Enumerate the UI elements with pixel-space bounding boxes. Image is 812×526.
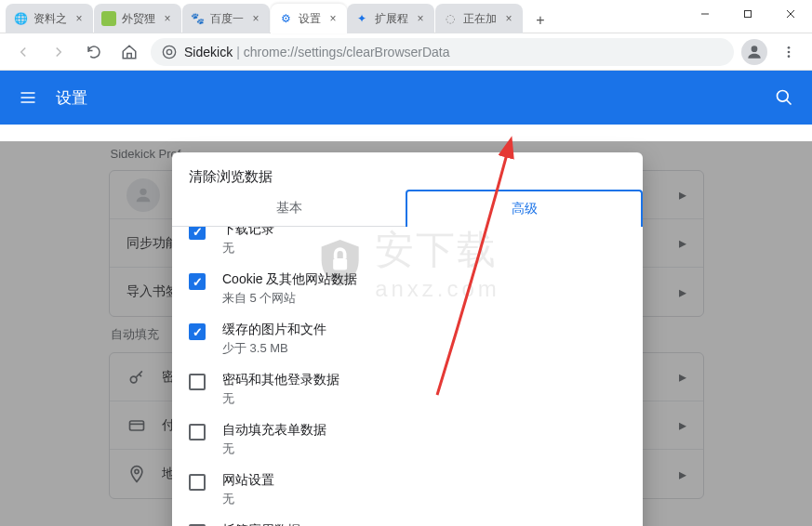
menu-icon[interactable] xyxy=(17,86,39,109)
item-title: 自动填充表单数据 xyxy=(222,422,326,439)
tab-title: 设置 xyxy=(299,11,321,27)
forward-button[interactable] xyxy=(45,38,73,66)
new-tab-button[interactable]: + xyxy=(527,7,553,33)
close-icon[interactable]: × xyxy=(73,12,86,25)
tab-3[interactable]: ⚙ 设置 × xyxy=(271,4,347,33)
dialog-item: 密码和其他登录数据 无 xyxy=(172,364,643,414)
gear-icon: ⚙ xyxy=(278,11,293,26)
close-icon[interactable]: × xyxy=(326,12,339,25)
dialog-item: Cookie 及其他网站数据 来自 5 个网站 xyxy=(172,264,643,314)
url: chrome://settings/clearBrowserData xyxy=(244,45,450,59)
tab-2[interactable]: 🐾 百度一 × xyxy=(182,4,270,33)
tab-title: 外贸狸 xyxy=(122,11,155,27)
dialog-item: 自动填充表单数据 无 xyxy=(172,414,643,465)
svg-point-6 xyxy=(752,46,758,52)
reload-button[interactable] xyxy=(80,38,108,66)
item-subtitle: 无 xyxy=(222,441,326,457)
minimize-button[interactable] xyxy=(684,0,726,28)
puzzle-icon: ✦ xyxy=(354,11,369,26)
menu-button[interactable] xyxy=(775,38,803,66)
svg-point-5 xyxy=(166,49,171,54)
close-icon[interactable]: × xyxy=(414,12,427,25)
chrome-icon xyxy=(162,45,177,59)
item-title: 密码和其他登录数据 xyxy=(222,372,339,388)
window-controls xyxy=(684,0,812,28)
checkbox[interactable] xyxy=(189,374,206,390)
item-title: 网站设置 xyxy=(222,472,274,489)
item-title: 下载记录 xyxy=(222,227,274,238)
tab-1[interactable]: 外贸狸 × xyxy=(94,4,181,33)
svg-rect-1 xyxy=(745,11,752,18)
svg-line-11 xyxy=(787,100,792,105)
spinner-icon: ◌ xyxy=(443,11,458,26)
tab-title: 资料之 xyxy=(33,11,67,27)
item-subtitle: 少于 3.5 MB xyxy=(222,340,326,357)
separator: | xyxy=(236,45,240,59)
url-text: Sidekick | chrome://settings/clearBrowse… xyxy=(184,45,450,59)
checkbox[interactable] xyxy=(189,474,206,491)
maximize-button[interactable] xyxy=(726,0,769,28)
item-subtitle: 无 xyxy=(222,491,274,507)
tab-4[interactable]: ✦ 扩展程 × xyxy=(347,4,434,33)
close-icon[interactable]: × xyxy=(249,12,262,25)
tab-title: 正在加 xyxy=(463,11,497,27)
item-title: 托管应用数据 xyxy=(222,522,472,526)
settings-page: 设置 Sidekick Prof 用 ▸ 同步功能和 ▸ xyxy=(0,71,812,526)
tab-advanced[interactable]: 高级 xyxy=(406,190,643,227)
browser-tabs: 🌐 资料之 × 外贸狸 × 🐾 百度一 × ⚙ 设置 × ✦ 扩展程 × ◌ 正… xyxy=(0,0,684,33)
clear-data-dialog: 清除浏览数据 基本 高级 下载记录 无 Cookie 及其他网站数据 来自 5 … xyxy=(172,152,643,526)
dialog-item: 下载记录 无 xyxy=(172,227,643,264)
item-subtitle: 无 xyxy=(222,240,274,256)
item-title: 缓存的图片和文件 xyxy=(222,322,326,338)
dialog-item: 网站设置 无 xyxy=(172,465,643,515)
svg-point-10 xyxy=(778,91,789,102)
app-icon xyxy=(101,11,116,26)
page-header: 设置 xyxy=(0,71,812,125)
search-icon[interactable] xyxy=(773,86,795,109)
app-name: Sidekick xyxy=(184,45,233,59)
checkbox[interactable] xyxy=(189,227,206,240)
checkbox[interactable] xyxy=(189,273,206,290)
page-title: 设置 xyxy=(56,87,773,109)
window-titlebar: 🌐 资料之 × 外贸狸 × 🐾 百度一 × ⚙ 设置 × ✦ 扩展程 × ◌ 正… xyxy=(0,0,812,33)
address-bar[interactable]: Sidekick | chrome://settings/clearBrowse… xyxy=(151,38,734,66)
item-subtitle: 来自 5 个网站 xyxy=(222,290,357,307)
svg-point-9 xyxy=(788,55,791,58)
svg-point-8 xyxy=(788,50,791,53)
svg-point-7 xyxy=(788,46,791,49)
dialog-item: 托管应用数据 2 个应用（Chrome 网上应用店、Cloud Print） xyxy=(172,515,643,526)
paw-icon: 🐾 xyxy=(190,11,205,26)
profile-avatar[interactable] xyxy=(741,39,767,65)
item-title: Cookie 及其他网站数据 xyxy=(222,271,357,288)
dialog-item: 缓存的图片和文件 少于 3.5 MB xyxy=(172,314,643,364)
close-button[interactable] xyxy=(769,0,812,28)
dialog-title: 清除浏览数据 xyxy=(172,152,643,190)
tab-basic[interactable]: 基本 xyxy=(172,190,406,226)
checkbox[interactable] xyxy=(189,323,206,340)
close-icon[interactable]: × xyxy=(502,12,515,25)
tab-title: 百度一 xyxy=(210,11,244,27)
dialog-body[interactable]: 下载记录 无 Cookie 及其他网站数据 来自 5 个网站 缓存的图片和文件 … xyxy=(172,227,643,526)
back-button[interactable] xyxy=(9,38,37,66)
close-icon[interactable]: × xyxy=(161,12,174,25)
browser-toolbar: Sidekick | chrome://settings/clearBrowse… xyxy=(0,33,812,71)
tab-title: 扩展程 xyxy=(375,11,408,27)
item-subtitle: 无 xyxy=(222,390,339,407)
checkbox[interactable] xyxy=(189,424,206,441)
globe-icon: 🌐 xyxy=(13,11,28,26)
dialog-tabs: 基本 高级 xyxy=(172,190,643,227)
tab-0[interactable]: 🌐 资料之 × xyxy=(6,4,93,33)
svg-point-4 xyxy=(163,46,175,58)
home-button[interactable] xyxy=(115,38,143,66)
tab-5[interactable]: ◌ 正在加 × xyxy=(435,4,523,33)
